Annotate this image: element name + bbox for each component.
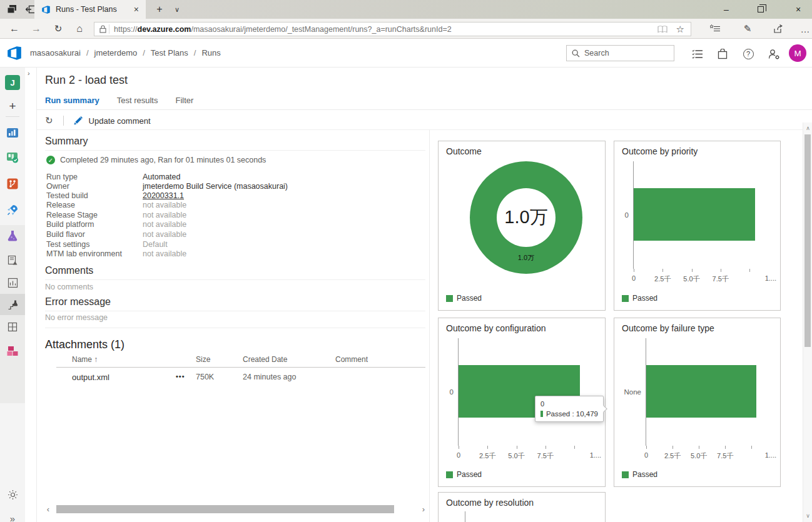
favorites-hub-icon[interactable] [706, 19, 724, 39]
breadcrumb: masaosakurai/jmeterdemo/Test Plans/Runs [30, 48, 221, 58]
window-minimize-button[interactable]: – [713, 0, 740, 19]
sidebar-project-avatar[interactable]: J [0, 73, 25, 93]
refresh-run-icon[interactable]: ↻ [45, 115, 53, 126]
share-icon[interactable] [769, 19, 788, 39]
x-tick-label: 2.5千 [664, 451, 681, 461]
settings-more-icon[interactable]: … [796, 19, 812, 39]
project-sidebar: J + [0, 68, 25, 522]
sidebar-item-test-plans-list[interactable] [0, 250, 25, 270]
progress-chart-icon [8, 278, 18, 288]
artifacts-icon [6, 345, 19, 357]
overview-icon [6, 126, 19, 139]
attachments-col-name[interactable]: Name ↑ [72, 355, 98, 364]
add-favorite-star-icon[interactable]: ☆ [676, 24, 684, 35]
user-settings-icon[interactable] [767, 47, 781, 61]
tab-test-results[interactable]: Test results [117, 96, 158, 105]
x-tick-label: 7.5千 [713, 274, 729, 284]
work-items-list-icon[interactable] [691, 47, 704, 61]
x-tick-label: 0 [632, 274, 636, 282]
sidebar-item-project-settings[interactable] [0, 484, 25, 504]
tested-build-link[interactable]: 20200331.1 [143, 191, 184, 201]
priority-bar-chart[interactable]: 0 02.5千5.0千7.5千1.... [633, 161, 773, 269]
search-box[interactable] [566, 45, 674, 61]
sort-asc-icon: ↑ [94, 355, 98, 364]
failure-type-bar-chart[interactable]: None 02.5千5.0千7.5千1.... [646, 338, 773, 446]
web-notes-pen-icon[interactable]: ✎ [738, 19, 757, 39]
tab-close-icon[interactable]: × [132, 4, 141, 14]
resolution-bar-chart[interactable] [465, 511, 597, 522]
attachment-more-icon[interactable]: ••• [176, 373, 185, 380]
priority-legend[interactable]: Passed [622, 294, 657, 303]
forward-button[interactable]: → [27, 19, 46, 39]
legend-label-passed: Passed [457, 294, 482, 303]
sidebar-item-parameters[interactable] [0, 317, 25, 337]
refresh-button[interactable]: ↻ [49, 19, 68, 39]
edit-pencil-icon[interactable] [74, 116, 83, 125]
sidebar-item-pipelines[interactable] [0, 200, 25, 220]
configuration-bar-chart[interactable]: 0 02.5千5.0千7.5千1.... 0 Passed : 10,479 [458, 338, 597, 446]
sidebar-add-button[interactable]: + [0, 96, 25, 116]
attachments-col-created[interactable]: Created Date [243, 355, 287, 364]
sidebar-item-artifacts[interactable] [0, 341, 25, 361]
scroll-up-arrow[interactable]: ∧ [803, 124, 812, 133]
scroll-right-arrow[interactable]: › [419, 504, 428, 515]
legend-label-passed: Passed [457, 470, 482, 479]
priority-passed-bar[interactable] [634, 188, 755, 241]
configuration-legend[interactable]: Passed [446, 470, 482, 479]
outcome-legend[interactable]: Passed [446, 294, 482, 303]
error-bottom-rule [45, 328, 425, 328]
failure-type-passed-bar[interactable] [646, 365, 756, 418]
scroll-left-arrow[interactable]: ‹ [44, 504, 53, 515]
attachment-name[interactable]: output.xml [72, 373, 109, 382]
address-bar[interactable]: https://dev.azure.com/masaosakurai/jmete… [94, 22, 691, 36]
comments-heading: Comments [45, 265, 93, 276]
attachments-heading: Attachments (1) [45, 338, 124, 351]
home-button[interactable]: ⌂ [70, 19, 89, 39]
attachments-col-comment[interactable]: Comment [335, 355, 368, 364]
expand-panel-chevron-icon[interactable]: › [28, 69, 30, 77]
sidebar-collapse-button[interactable]: » [0, 508, 25, 522]
sidebar-item-overview[interactable] [0, 123, 25, 143]
vertical-scroll-thumb[interactable] [804, 134, 811, 347]
x-axis-tick-marks [459, 446, 597, 449]
sidebar-item-runs[interactable] [0, 294, 25, 314]
card-priority-title: Outcome by priority [622, 146, 698, 156]
sidebar-item-progress-report[interactable] [0, 273, 25, 293]
breadcrumb-org[interactable]: masaosakurai [30, 48, 81, 58]
sidebar-item-repos[interactable] [0, 174, 25, 194]
back-button[interactable]: ← [5, 19, 24, 39]
set-tabs-aside-button[interactable] [4, 3, 20, 16]
attachments-col-size[interactable]: Size [196, 355, 210, 364]
tab-filter[interactable]: Filter [175, 96, 193, 105]
breadcrumb-runs[interactable]: Runs [201, 48, 220, 58]
main-vertical-scrollbar[interactable]: ∧ ∨ [803, 123, 812, 522]
reading-view-icon[interactable] [657, 26, 667, 33]
sidebar-item-test-plans[interactable] [0, 226, 25, 246]
browser-tab-active[interactable]: Runs - Test Plans × [34, 0, 146, 19]
failure-type-legend[interactable]: Passed [622, 470, 657, 479]
azure-devops-logo[interactable] [6, 45, 23, 61]
outcome-donut-chart[interactable]: 1.0万 1.0万 [470, 161, 582, 274]
gear-icon [8, 489, 18, 500]
tab-preview-chevron-icon[interactable]: ∨ [170, 2, 184, 17]
tab-run-summary[interactable]: Run summary [45, 96, 99, 105]
left-pane-horizontal-scrollbar[interactable]: ‹ › [44, 504, 428, 515]
panel-expander-strip [25, 68, 36, 522]
sidebar-item-boards[interactable] [0, 148, 25, 168]
update-comment-button[interactable]: Update comment [89, 116, 151, 126]
marketplace-bag-icon[interactable] [716, 47, 729, 61]
scroll-down-arrow[interactable]: ∨ [803, 511, 812, 521]
breadcrumb-test-plans[interactable]: Test Plans [151, 48, 188, 58]
new-tab-button[interactable]: + [152, 2, 167, 17]
run-status-row: ✓ Completed 29 minutes ago, Ran for 01 m… [46, 156, 266, 164]
window-restore-button[interactable] [747, 0, 774, 19]
user-avatar[interactable]: M [789, 44, 806, 62]
help-icon[interactable]: ? [741, 47, 755, 61]
breadcrumb-project[interactable]: jmeterdemo [94, 48, 138, 58]
window-close-button[interactable]: × [784, 0, 812, 19]
search-input[interactable] [584, 49, 659, 58]
horizontal-scroll-thumb[interactable] [56, 505, 394, 513]
browser-navbar: ← → ↻ ⌂ https://dev.azure.com/masaosakur… [0, 19, 812, 39]
x-tick-label: 1.... [765, 451, 776, 459]
x-axis-tick-marks [634, 269, 773, 272]
